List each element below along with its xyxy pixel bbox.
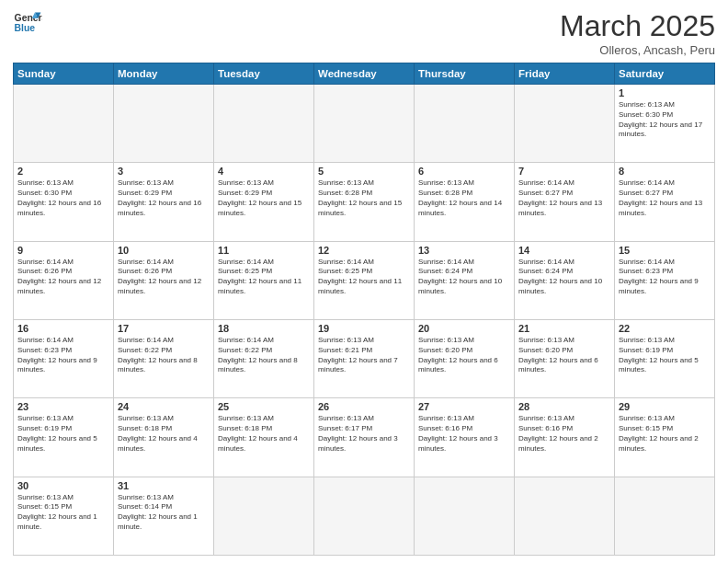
calendar-cell	[314, 85, 415, 163]
calendar-cell: 31Sunrise: 6:13 AMSunset: 6:14 PMDayligh…	[114, 477, 214, 555]
calendar-cell: 8Sunrise: 6:14 AMSunset: 6:27 PMDaylight…	[615, 163, 715, 241]
calendar-cell	[314, 477, 415, 555]
day-number: 17	[118, 323, 210, 334]
day-number: 21	[518, 323, 610, 334]
calendar-week-row: 9Sunrise: 6:14 AMSunset: 6:26 PMDaylight…	[14, 241, 715, 319]
day-number: 8	[619, 166, 711, 177]
day-info: Sunrise: 6:13 AMSunset: 6:20 PMDaylight:…	[518, 336, 610, 375]
day-number: 28	[518, 401, 610, 412]
calendar-cell: 11Sunrise: 6:14 AMSunset: 6:25 PMDayligh…	[214, 241, 314, 319]
calendar-cell: 12Sunrise: 6:14 AMSunset: 6:25 PMDayligh…	[314, 241, 415, 319]
calendar-cell: 14Sunrise: 6:14 AMSunset: 6:24 PMDayligh…	[515, 241, 615, 319]
header-wednesday: Wednesday	[314, 63, 415, 85]
day-number: 9	[17, 245, 109, 256]
calendar-cell	[114, 85, 214, 163]
calendar-cell: 19Sunrise: 6:13 AMSunset: 6:21 PMDayligh…	[314, 319, 415, 397]
calendar-week-row: 2Sunrise: 6:13 AMSunset: 6:30 PMDaylight…	[14, 163, 715, 241]
weekday-header-row: Sunday Monday Tuesday Wednesday Thursday…	[14, 63, 715, 85]
day-info: Sunrise: 6:14 AMSunset: 6:26 PMDaylight:…	[118, 258, 210, 297]
calendar-cell: 22Sunrise: 6:13 AMSunset: 6:19 PMDayligh…	[615, 319, 715, 397]
day-info: Sunrise: 6:14 AMSunset: 6:22 PMDaylight:…	[218, 336, 310, 375]
calendar-cell	[14, 85, 114, 163]
calendar-cell: 20Sunrise: 6:13 AMSunset: 6:20 PMDayligh…	[415, 319, 515, 397]
day-info: Sunrise: 6:13 AMSunset: 6:18 PMDaylight:…	[118, 414, 210, 454]
day-info: Sunrise: 6:13 AMSunset: 6:29 PMDaylight:…	[218, 178, 310, 218]
day-info: Sunrise: 6:14 AMSunset: 6:25 PMDaylight:…	[318, 258, 410, 297]
day-info: Sunrise: 6:13 AMSunset: 6:21 PMDaylight:…	[318, 336, 410, 375]
title-block: March 2025 Olleros, Ancash, Peru	[560, 9, 715, 57]
calendar-cell: 17Sunrise: 6:14 AMSunset: 6:22 PMDayligh…	[114, 319, 214, 397]
day-info: Sunrise: 6:13 AMSunset: 6:16 PMDaylight:…	[518, 414, 610, 454]
day-number: 20	[418, 323, 510, 334]
calendar-table: Sunday Monday Tuesday Wednesday Thursday…	[13, 63, 715, 556]
day-number: 6	[418, 166, 510, 177]
calendar-cell	[515, 477, 615, 555]
day-info: Sunrise: 6:14 AMSunset: 6:25 PMDaylight:…	[218, 258, 310, 297]
day-info: Sunrise: 6:13 AMSunset: 6:18 PMDaylight:…	[218, 414, 310, 454]
day-number: 10	[118, 245, 210, 256]
calendar-cell: 13Sunrise: 6:14 AMSunset: 6:24 PMDayligh…	[415, 241, 515, 319]
day-number: 2	[17, 166, 109, 177]
day-info: Sunrise: 6:14 AMSunset: 6:23 PMDaylight:…	[17, 336, 109, 375]
calendar-week-row: 1Sunrise: 6:13 AMSunset: 6:30 PMDaylight…	[14, 85, 715, 163]
calendar-cell	[515, 85, 615, 163]
day-number: 24	[118, 401, 210, 412]
day-number: 29	[619, 401, 711, 412]
day-number: 27	[418, 401, 510, 412]
calendar-cell: 6Sunrise: 6:13 AMSunset: 6:28 PMDaylight…	[415, 163, 515, 241]
day-info: Sunrise: 6:13 AMSunset: 6:14 PMDaylight:…	[118, 493, 210, 533]
day-info: Sunrise: 6:13 AMSunset: 6:30 PMDaylight:…	[17, 178, 109, 218]
day-number: 13	[418, 245, 510, 256]
calendar-cell: 4Sunrise: 6:13 AMSunset: 6:29 PMDaylight…	[214, 163, 314, 241]
header-thursday: Thursday	[415, 63, 515, 85]
calendar-cell: 18Sunrise: 6:14 AMSunset: 6:22 PMDayligh…	[214, 319, 314, 397]
calendar-cell	[615, 477, 715, 555]
calendar-cell: 7Sunrise: 6:14 AMSunset: 6:27 PMDaylight…	[515, 163, 615, 241]
calendar-cell: 23Sunrise: 6:13 AMSunset: 6:19 PMDayligh…	[14, 398, 114, 477]
day-number: 25	[218, 401, 310, 412]
day-info: Sunrise: 6:14 AMSunset: 6:24 PMDaylight:…	[518, 258, 610, 297]
calendar-cell: 5Sunrise: 6:13 AMSunset: 6:28 PMDaylight…	[314, 163, 415, 241]
logo: General Blue	[13, 9, 42, 35]
day-number: 22	[619, 323, 711, 334]
header-monday: Monday	[114, 63, 214, 85]
calendar-cell: 26Sunrise: 6:13 AMSunset: 6:17 PMDayligh…	[314, 398, 415, 477]
header: General Blue March 2025 Olleros, Ancash,…	[13, 9, 715, 57]
page: General Blue March 2025 Olleros, Ancash,…	[0, 0, 728, 563]
day-number: 30	[17, 480, 109, 491]
calendar-cell: 24Sunrise: 6:13 AMSunset: 6:18 PMDayligh…	[114, 398, 214, 477]
day-number: 16	[17, 323, 109, 334]
calendar-cell: 27Sunrise: 6:13 AMSunset: 6:16 PMDayligh…	[415, 398, 515, 477]
calendar-cell: 3Sunrise: 6:13 AMSunset: 6:29 PMDaylight…	[114, 163, 214, 241]
day-number: 14	[518, 245, 610, 256]
day-info: Sunrise: 6:13 AMSunset: 6:19 PMDaylight:…	[17, 414, 109, 454]
day-info: Sunrise: 6:13 AMSunset: 6:29 PMDaylight:…	[118, 178, 210, 218]
calendar-cell: 2Sunrise: 6:13 AMSunset: 6:30 PMDaylight…	[14, 163, 114, 241]
calendar-cell	[214, 85, 314, 163]
calendar-cell	[214, 477, 314, 555]
day-number: 5	[318, 166, 410, 177]
day-number: 11	[218, 245, 310, 256]
calendar-week-row: 30Sunrise: 6:13 AMSunset: 6:15 PMDayligh…	[14, 477, 715, 555]
day-number: 23	[17, 401, 109, 412]
location: Olleros, Ancash, Peru	[560, 43, 715, 57]
day-info: Sunrise: 6:14 AMSunset: 6:27 PMDaylight:…	[619, 178, 711, 218]
day-number: 18	[218, 323, 310, 334]
day-number: 31	[118, 480, 210, 491]
day-info: Sunrise: 6:13 AMSunset: 6:17 PMDaylight:…	[318, 414, 410, 454]
day-info: Sunrise: 6:14 AMSunset: 6:26 PMDaylight:…	[17, 258, 109, 297]
day-number: 7	[518, 166, 610, 177]
day-info: Sunrise: 6:13 AMSunset: 6:19 PMDaylight:…	[619, 336, 711, 375]
day-info: Sunrise: 6:13 AMSunset: 6:15 PMDaylight:…	[619, 414, 711, 454]
calendar-cell: 1Sunrise: 6:13 AMSunset: 6:30 PMDaylight…	[615, 85, 715, 163]
header-sunday: Sunday	[14, 63, 114, 85]
calendar-cell: 10Sunrise: 6:14 AMSunset: 6:26 PMDayligh…	[114, 241, 214, 319]
day-number: 1	[619, 87, 711, 98]
day-info: Sunrise: 6:13 AMSunset: 6:16 PMDaylight:…	[418, 414, 510, 454]
day-number: 26	[318, 401, 410, 412]
day-info: Sunrise: 6:14 AMSunset: 6:27 PMDaylight:…	[518, 178, 610, 218]
day-number: 19	[318, 323, 410, 334]
calendar-cell: 28Sunrise: 6:13 AMSunset: 6:16 PMDayligh…	[515, 398, 615, 477]
header-friday: Friday	[515, 63, 615, 85]
calendar-cell: 30Sunrise: 6:13 AMSunset: 6:15 PMDayligh…	[14, 477, 114, 555]
